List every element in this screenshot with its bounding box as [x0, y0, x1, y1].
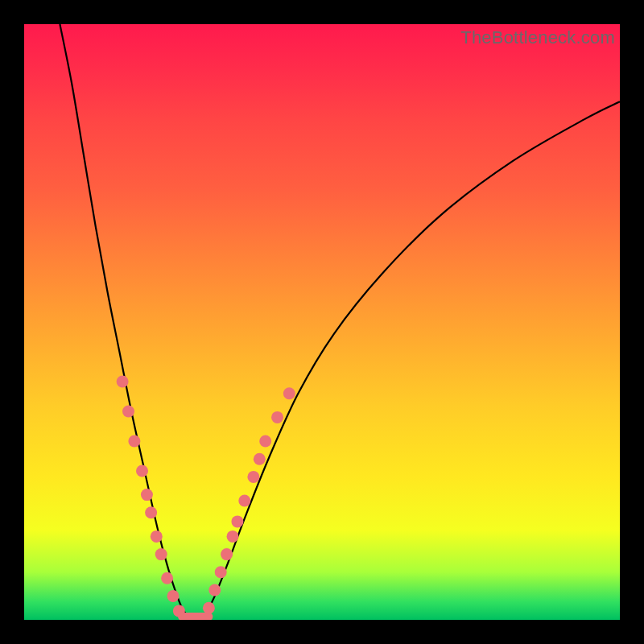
data-dot-right: [227, 530, 239, 543]
data-dot-left: [151, 530, 163, 543]
data-dot-right: [221, 548, 233, 560]
data-dot-right: [203, 602, 215, 614]
data-dot-right: [247, 471, 259, 483]
data-dot-left: [155, 548, 167, 560]
data-dot-right: [208, 584, 221, 597]
data-dot-right: [259, 436, 271, 448]
data-dot-left: [173, 605, 185, 617]
curve-group: [60, 24, 620, 620]
data-dot-left: [141, 489, 153, 501]
data-dot-right: [238, 495, 250, 507]
curve-left-path: [60, 24, 191, 620]
plot-area: TheBottleneck.com: [24, 24, 620, 620]
data-dot-left: [161, 572, 173, 584]
chart-frame: TheBottleneck.com: [0, 0, 644, 644]
data-dot-left: [167, 590, 180, 602]
data-dot-left: [136, 465, 148, 477]
data-dot-left: [117, 376, 129, 388]
data-dot-left: [145, 506, 157, 518]
data-dot-left: [128, 436, 140, 448]
data-dot-right: [271, 411, 283, 423]
data-dot-right: [283, 387, 295, 399]
bottleneck-chart-svg: [24, 24, 620, 620]
data-dot-left: [122, 406, 134, 418]
data-dot-right: [231, 515, 243, 527]
data-dots-group: [117, 376, 295, 617]
curve-right-path: [203, 101, 620, 620]
data-dot-right: [254, 453, 266, 465]
data-dot-right: [215, 566, 227, 578]
